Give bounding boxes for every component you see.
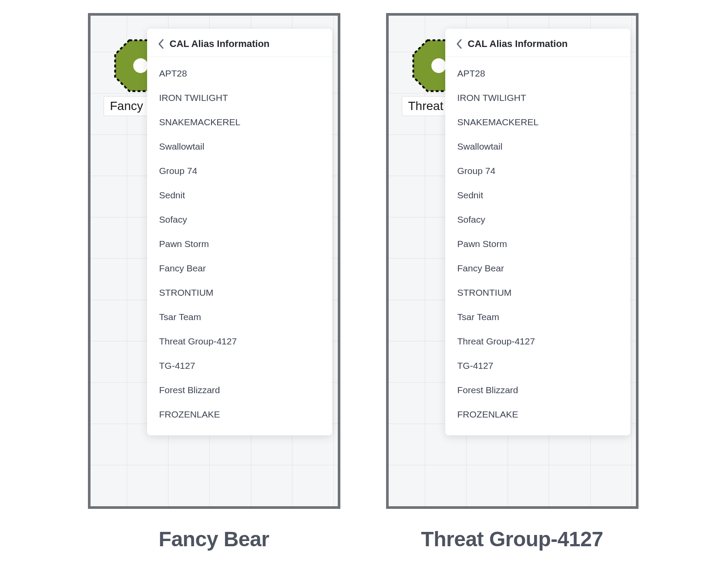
- svg-point-1: [133, 58, 148, 73]
- panel-wrapper-left: Fancy CAL Alias Information APT28 IRON T…: [88, 13, 340, 551]
- panel-caption: Threat Group-4127: [421, 527, 603, 551]
- panel-wrapper-right: Threat Gr CAL Alias Information APT28 IR…: [386, 13, 639, 551]
- alias-item[interactable]: Forest Blizzard: [445, 378, 630, 402]
- alias-item[interactable]: FROZENLAKE: [147, 402, 332, 427]
- alias-item[interactable]: Sednit: [147, 183, 332, 207]
- alias-item[interactable]: Swallowtail: [147, 134, 332, 159]
- back-icon[interactable]: [157, 40, 165, 48]
- alias-item[interactable]: Sednit: [445, 183, 630, 207]
- alias-item[interactable]: IRON TWILIGHT: [445, 86, 630, 110]
- alias-item[interactable]: Threat Group-4127: [147, 329, 332, 354]
- alias-item[interactable]: Sofacy: [445, 207, 630, 232]
- alias-item[interactable]: Swallowtail: [445, 134, 630, 159]
- alias-item[interactable]: APT28: [445, 61, 630, 86]
- alias-item[interactable]: IRON TWILIGHT: [147, 86, 332, 110]
- alias-item[interactable]: Pawn Storm: [147, 232, 332, 256]
- alias-item[interactable]: SNAKEMACKEREL: [445, 110, 630, 134]
- alias-item[interactable]: Group 74: [445, 159, 630, 183]
- alias-item[interactable]: Threat Group-4127: [445, 329, 630, 354]
- alias-item[interactable]: Pawn Storm: [445, 232, 630, 256]
- panel-left: Fancy CAL Alias Information APT28 IRON T…: [88, 13, 340, 509]
- alias-list: APT28 IRON TWILIGHT SNAKEMACKEREL Swallo…: [445, 57, 630, 435]
- alias-item[interactable]: Fancy Bear: [445, 256, 630, 281]
- alias-item[interactable]: TG-4127: [147, 354, 332, 378]
- alias-popup: CAL Alias Information APT28 IRON TWILIGH…: [147, 29, 332, 435]
- alias-item[interactable]: STRONTIUM: [147, 281, 332, 305]
- panel-caption: Fancy Bear: [159, 527, 269, 551]
- alias-item[interactable]: FROZENLAKE: [445, 402, 630, 427]
- alias-item[interactable]: STRONTIUM: [445, 281, 630, 305]
- alias-item[interactable]: Sofacy: [147, 207, 332, 232]
- alias-popup-title: CAL Alias Information: [170, 38, 270, 50]
- alias-item[interactable]: Tsar Team: [445, 305, 630, 329]
- alias-popup-header: CAL Alias Information: [147, 29, 332, 57]
- alias-list: APT28 IRON TWILIGHT SNAKEMACKEREL Swallo…: [147, 57, 332, 435]
- alias-item[interactable]: Fancy Bear: [147, 256, 332, 281]
- alias-item[interactable]: APT28: [147, 61, 332, 86]
- svg-point-3: [431, 58, 446, 73]
- panel-right: Threat Gr CAL Alias Information APT28 IR…: [386, 13, 639, 509]
- alias-item[interactable]: Tsar Team: [147, 305, 332, 329]
- threat-node-label: Fancy: [104, 96, 150, 116]
- alias-popup: CAL Alias Information APT28 IRON TWILIGH…: [445, 29, 630, 435]
- alias-item[interactable]: Forest Blizzard: [147, 378, 332, 402]
- alias-item[interactable]: Group 74: [147, 159, 332, 183]
- back-icon[interactable]: [455, 40, 464, 48]
- alias-popup-title: CAL Alias Information: [468, 38, 568, 50]
- alias-item[interactable]: TG-4127: [445, 354, 630, 378]
- alias-popup-header: CAL Alias Information: [445, 29, 630, 57]
- alias-item[interactable]: SNAKEMACKEREL: [147, 110, 332, 134]
